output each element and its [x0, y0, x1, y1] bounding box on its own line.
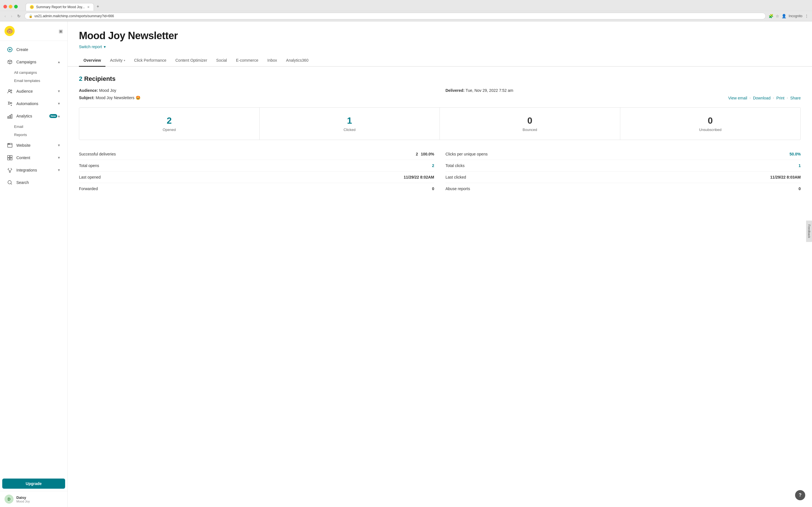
audience-meta: Audience: Mood Joy — [79, 88, 434, 93]
help-button[interactable]: ? — [795, 490, 805, 500]
metric-forwarded: Forwarded 0 — [79, 183, 434, 194]
clicked-label: Clicked — [265, 128, 434, 132]
lock-icon: 🔒 — [29, 14, 33, 18]
activity-chevron: ▾ — [124, 59, 125, 62]
delivered-meta: Delivered: Tue, Nov 29, 2022 7:52 am — [446, 88, 801, 93]
sidebar-item-create[interactable]: Create — [2, 44, 65, 55]
profile-icon[interactable]: 👤 — [781, 14, 786, 18]
campaigns-arrow: ▲ — [57, 60, 61, 64]
metric-value-abuse: 0 — [799, 186, 801, 191]
forward-button[interactable]: › — [10, 13, 13, 19]
sidebar-item-automations[interactable]: Automations ▼ — [2, 98, 65, 110]
stat-clicked: 1 Clicked — [260, 108, 440, 140]
incognito-label: Incognito — [789, 14, 802, 18]
share-link[interactable]: Share — [790, 96, 801, 100]
sidebar-item-email-templates[interactable]: Email templates — [0, 76, 67, 85]
print-link[interactable]: Print — [776, 96, 784, 100]
tab-content-optimizer[interactable]: Content Optimizer — [171, 55, 212, 67]
switch-report-button[interactable]: Switch report ▾ — [79, 45, 801, 49]
tab-click-performance[interactable]: Click Performance — [130, 55, 171, 67]
sidebar-item-integrations[interactable]: Integrations ▼ — [2, 164, 65, 176]
sidebar-item-reports[interactable]: Reports — [0, 131, 67, 139]
browser-tab[interactable]: 🐵 Summary Report for Mood Joy... ✕ — [26, 3, 94, 11]
metric-label-total-clicks: Total clicks — [446, 163, 465, 168]
upgrade-button[interactable]: Upgrade — [2, 478, 65, 489]
sidebar-item-audience[interactable]: Audience ▼ — [2, 86, 65, 97]
metric-last-opened: Last opened 11/29/22 8:02AM — [79, 172, 434, 183]
page-title: Mood Joy Newsletter — [79, 30, 801, 42]
tab-bar: 🐵 Summary Report for Mood Joy... ✕ + — [26, 2, 102, 11]
create-label: Create — [16, 47, 61, 52]
opened-value: 2 — [85, 115, 254, 126]
metric-value-last-opened: 11/29/22 8:02AM — [404, 175, 434, 179]
close-traffic-light[interactable] — [3, 5, 7, 8]
url-bar[interactable]: 🔒 us21.admin.mailchimp.com/reports/summa… — [24, 13, 766, 19]
download-link[interactable]: Download — [753, 96, 770, 100]
analytics-label: Analytics — [16, 114, 48, 118]
sidebar-nav: Create Campaigns ▲ All campaigns Email t… — [0, 41, 67, 478]
website-arrow: ▼ — [57, 144, 61, 147]
new-tab-button[interactable]: + — [94, 2, 102, 11]
svg-rect-14 — [9, 171, 10, 172]
svg-rect-5 — [9, 115, 10, 118]
metric-label-clicks-unique: Clicks per unique opens — [446, 152, 488, 156]
metric-value-total-opens: 2 — [432, 163, 434, 168]
user-avatar[interactable]: D — [4, 495, 13, 504]
sidebar-toggle-button[interactable]: ▣ — [59, 29, 63, 34]
subject-meta-value: Mood Joy Newsletters 🤩 — [96, 96, 140, 100]
tab-overview[interactable]: Overview — [79, 55, 105, 67]
metric-abuse-reports: Abuse reports 0 — [446, 183, 801, 194]
switch-report-label: Switch report — [79, 45, 102, 49]
metric-label-forwarded: Forwarded — [79, 186, 98, 191]
back-button[interactable]: ‹ — [3, 13, 7, 19]
tab-close-button[interactable]: ✕ — [87, 5, 90, 9]
metric-label-total-opens: Total opens — [79, 163, 99, 168]
reload-button[interactable]: ↻ — [16, 13, 22, 19]
metric-value-total-clicks: 1 — [799, 163, 801, 168]
metric-total-opens: Total opens 2 — [79, 160, 434, 172]
svg-point-15 — [8, 180, 11, 184]
delivered-meta-value: Tue, Nov 29, 2022 7:52 am — [465, 88, 513, 93]
view-email-link[interactable]: View email — [728, 96, 747, 100]
bookmark-icon[interactable]: ☆ — [776, 14, 779, 18]
tab-activity[interactable]: Activity ▾ — [105, 55, 130, 67]
search-sidebar-icon — [7, 179, 13, 186]
sidebar-item-campaigns[interactable]: Campaigns ▲ — [2, 56, 65, 68]
mailchimp-logo[interactable]: 🐵 — [4, 26, 15, 36]
unsubscribed-label: Unsubscribed — [626, 128, 795, 132]
bounced-value: 0 — [446, 115, 614, 126]
menu-icon[interactable]: ⋮ — [805, 14, 809, 18]
svg-point-9 — [9, 144, 10, 144]
campaigns-icon — [7, 59, 13, 65]
svg-point-3 — [11, 103, 12, 104]
svg-rect-13 — [10, 158, 12, 160]
sidebar-logo-area: 🐵 ▣ — [0, 21, 67, 41]
subject-meta: Subject: Mood Joy Newsletters 🤩 — [79, 96, 434, 101]
tab-social[interactable]: Social — [212, 55, 232, 67]
tab-inbox[interactable]: Inbox — [263, 55, 282, 67]
tab-ecommerce[interactable]: E-commerce — [232, 55, 263, 67]
minimize-traffic-light[interactable] — [9, 5, 12, 8]
metrics-right: Clicks per unique opens 50.0% Total clic… — [446, 149, 801, 194]
user-info: Daisy Mood Joy — [16, 496, 30, 503]
recipients-count: 2 — [79, 75, 82, 82]
website-label: Website — [16, 143, 57, 148]
sidebar-item-search[interactable]: Search — [2, 177, 65, 188]
create-icon — [7, 47, 13, 53]
sidebar-item-content[interactable]: Content ▼ — [2, 152, 65, 164]
metric-value-forwarded: 0 — [432, 186, 434, 191]
sidebar-item-email[interactable]: Email — [0, 122, 67, 131]
sidebar-item-website[interactable]: Website ▼ — [2, 139, 65, 151]
opened-label: Opened — [85, 128, 254, 132]
feedback-tab[interactable]: Feedback — [806, 221, 812, 242]
sidebar-item-all-campaigns[interactable]: All campaigns — [0, 68, 67, 76]
sidebar-item-analytics[interactable]: Analytics New ▲ — [2, 110, 65, 122]
user-section: D Daisy Mood Joy — [0, 491, 67, 507]
tab-analytics360[interactable]: Analytics360 — [282, 55, 313, 67]
website-icon — [7, 142, 13, 149]
fullscreen-traffic-light[interactable] — [14, 5, 18, 8]
app-container: 🐵 ▣ Create — [0, 21, 812, 507]
extensions-icon[interactable]: 🧩 — [769, 14, 773, 18]
title-bar: 🐵 Summary Report for Mood Joy... ✕ + — [0, 0, 812, 11]
unsubscribed-value: 0 — [626, 115, 795, 126]
